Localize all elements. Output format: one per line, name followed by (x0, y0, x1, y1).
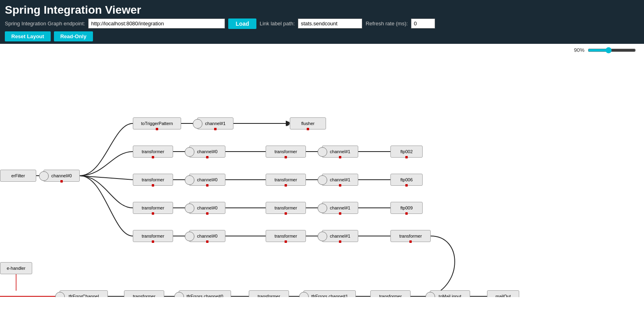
node-channel0_left[interactable]: channel#0 (43, 170, 80, 182)
node-label-tfrErrors_ch1: tfrErrors.channe#1 (311, 294, 348, 297)
channel-circle-channel0_r1 (185, 147, 194, 157)
node-label-transformer_r4c: transformer (399, 234, 422, 238)
node-channel1_r3[interactable]: channel#1 (322, 202, 358, 214)
node-label-channel0_r1: channel#0 (197, 149, 218, 154)
node-transformer_r4c[interactable]: transformer (390, 230, 431, 242)
status-dot-channel0_r1 (206, 156, 208, 158)
refresh-rate-input[interactable] (411, 18, 435, 29)
node-flusher[interactable]: flusher (290, 117, 326, 129)
node-label-transformer_err1: transformer (133, 294, 155, 297)
channel-circle-tfrErrorChannel (55, 292, 65, 297)
channel-circle-channel1_r2 (318, 175, 327, 185)
status-dot-transformer_r3 (152, 212, 154, 215)
node-label-channel1_r2: channel#1 (330, 177, 351, 182)
node-label-erFilter: erFilter (11, 173, 25, 178)
node-label-channel1_r4: channel#1 (330, 234, 351, 238)
node-transformer_r4[interactable]: transformer (133, 230, 173, 242)
node-channel0_r2[interactable]: channel#0 (189, 174, 225, 186)
node-label-tfrErrorChannel: tfrErrorChannel (68, 294, 99, 297)
node-toTriggerPattern[interactable]: toTriggerPattern (133, 117, 181, 129)
zoom-slider[interactable] (588, 47, 636, 53)
app-title: Spring Integration Viewer (5, 3, 639, 17)
status-dot-transformer_r4 (152, 240, 154, 243)
svg-marker-29 (286, 121, 290, 126)
canvas-area: 90% (0, 44, 644, 297)
node-mailOut[interactable]: mailOut (487, 290, 519, 297)
app-header: Spring Integration Viewer Spring Integra… (0, 0, 644, 44)
channel-circle-channel1_r1 (318, 147, 327, 157)
node-transformer_r4b[interactable]: transformer (266, 230, 306, 242)
node-tfrErrorChannel[interactable]: tfrErrorChannel (60, 290, 108, 297)
node-label-channel0_r2: channel#0 (197, 177, 218, 182)
node-label-transformer_r1: transformer (142, 149, 164, 154)
svg-line-1 (80, 176, 133, 180)
node-label-channel0_left: channel#0 (52, 173, 72, 178)
node-label-transformer_r4: transformer (142, 234, 164, 238)
node-toMail_input[interactable]: toMail.input (430, 290, 470, 297)
node-label-channel1_top: channel#1 (205, 121, 226, 126)
node-transformer_r3b[interactable]: transformer (266, 202, 306, 214)
status-dot-transformer_r1b (285, 156, 287, 158)
channel-circle-channel1_r4 (318, 232, 327, 241)
node-label-transformer_err2: transformer (258, 294, 280, 297)
read-only-button[interactable]: Read-Only (54, 31, 93, 41)
zoom-label: 90% (574, 47, 584, 53)
node-erFilter[interactable]: erFilter (0, 170, 36, 182)
node-label-channel0_r3: channel#0 (197, 205, 218, 210)
status-dot-transformer_r3b (285, 212, 287, 215)
node-label-ftp002: ftp002 (400, 149, 413, 154)
status-dot-channel1_top (214, 128, 217, 130)
node-channel1_r4[interactable]: channel#1 (322, 230, 358, 242)
node-label-transformer_err3: transformer (379, 294, 402, 297)
node-tfrErrors_ch0[interactable]: tfrErrors.channe#0 (179, 290, 231, 297)
controls-row: Spring Integration Graph endpoint: Load … (5, 18, 639, 29)
load-button[interactable]: Load (228, 18, 256, 29)
node-channel1_r2[interactable]: channel#1 (322, 174, 358, 186)
node-label-channel1_r1: channel#1 (330, 149, 351, 154)
node-transformer_r1[interactable]: transformer (133, 146, 173, 158)
node-label-transformer_r3b: transformer (275, 205, 297, 210)
node-transformer_r1b[interactable]: transformer (266, 146, 306, 158)
status-dot-ftp002 (405, 156, 408, 158)
node-e_handler[interactable]: e-handler (0, 262, 32, 274)
node-tfrErrors_ch1[interactable]: tfrErrors.channe#1 (303, 290, 356, 297)
node-transformer_r2b[interactable]: transformer (266, 174, 306, 186)
node-ftp009[interactable]: ftp009 (390, 202, 423, 214)
status-dot-toTriggerPattern (156, 128, 158, 130)
node-channel0_r3[interactable]: channel#0 (189, 202, 225, 214)
status-dot-channel1_r1 (339, 156, 341, 158)
node-transformer_err1[interactable]: transformer (124, 290, 164, 297)
node-channel1_top[interactable]: channel#1 (197, 117, 233, 129)
node-label-channel0_r4: channel#0 (197, 234, 218, 238)
endpoint-input[interactable] (88, 18, 225, 29)
status-dot-transformer_r2b (285, 184, 287, 187)
link-label-path-input[interactable] (298, 18, 362, 29)
refresh-label: Refresh rate (ms): (365, 21, 408, 27)
node-label-e_handler: e-handler (7, 266, 25, 271)
node-channel0_r1[interactable]: channel#0 (189, 146, 225, 158)
node-transformer_err3[interactable]: transformer (370, 290, 411, 297)
node-label-toMail_input: toMail.input (439, 294, 461, 297)
link-label-path-label: Link label path: (260, 21, 295, 27)
reset-layout-button[interactable]: Reset Layout (5, 31, 51, 41)
status-dot-channel1_r4 (339, 240, 341, 243)
status-dot-transformer_r1 (152, 156, 154, 158)
channel-circle-channel1_r3 (318, 203, 327, 213)
node-label-ftp006: ftp006 (400, 177, 413, 182)
node-channel0_r4[interactable]: channel#0 (189, 230, 225, 242)
node-label-transformer_r3: transformer (142, 205, 164, 210)
zoom-controls: 90% (574, 47, 636, 53)
node-label-toTriggerPattern: toTriggerPattern (141, 121, 173, 126)
node-transformer_r3[interactable]: transformer (133, 202, 173, 214)
status-dot-ftp006 (405, 184, 408, 187)
node-transformer_err2[interactable]: transformer (249, 290, 289, 297)
node-label-channel1_r3: channel#1 (330, 205, 351, 210)
node-channel1_r1[interactable]: channel#1 (322, 146, 358, 158)
status-dot-transformer_r4c (409, 240, 412, 243)
node-ftp006[interactable]: ftp006 (390, 174, 423, 186)
status-dot-flusher (307, 128, 309, 130)
channel-circle-tfrErrors_ch0 (174, 292, 184, 297)
node-ftp002[interactable]: ftp002 (390, 146, 423, 158)
node-transformer_r2[interactable]: transformer (133, 174, 173, 186)
channel-circle-channel0_r2 (185, 175, 194, 185)
